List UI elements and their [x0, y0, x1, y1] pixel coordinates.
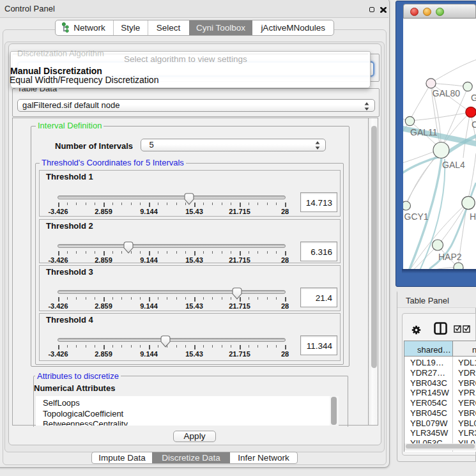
- svg-text:GA: GA: [471, 93, 476, 103]
- svg-text:GAL4: GAL4: [442, 160, 465, 170]
- svg-text:GCY1: GCY1: [404, 211, 429, 222]
- svg-text:GAL80: GAL80: [433, 88, 461, 98]
- svg-text:H: H: [470, 211, 476, 222]
- svg-text:HAP2: HAP2: [438, 252, 462, 262]
- svg-text:GAL11: GAL11: [410, 127, 438, 137]
- svg-text:C: C: [472, 119, 476, 130]
